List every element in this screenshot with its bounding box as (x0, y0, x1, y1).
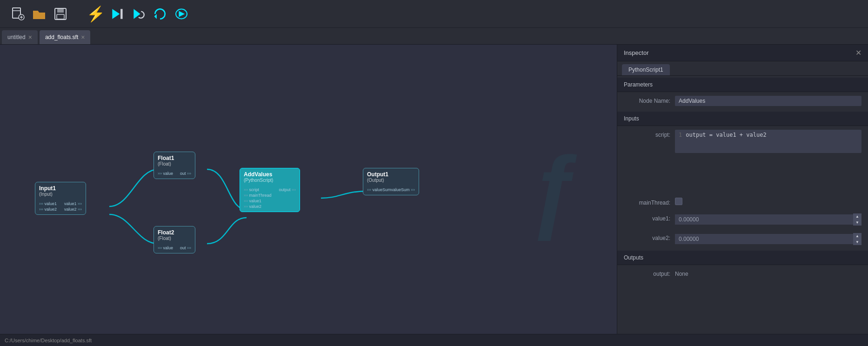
value1-spin-input[interactable]: ▲ ▼ (675, 213, 861, 226)
connections-svg: .conn { fill: none; stroke: #00b8cc; str… (0, 45, 617, 334)
inspector-panel: Inspector ✕ PythonScript1 Parameters Nod… (617, 45, 868, 334)
node-output1[interactable]: Output1 (Output) ››› valueSum valueSum ›… (363, 168, 419, 195)
file-path: C:/Users/chime/Desktop/add_floats.sft (5, 338, 92, 343)
svg-rect-7 (57, 14, 64, 19)
svg-rect-6 (57, 8, 64, 13)
tab-untitled-close[interactable]: × (28, 34, 32, 40)
value2-label: value2: (624, 233, 670, 241)
value2-spin-input[interactable]: ▲ ▼ (675, 233, 861, 245)
node-canvas[interactable]: ƒ .conn { fill: none; stroke: #00b8cc; s… (0, 45, 617, 334)
svg-marker-8 (112, 9, 120, 19)
new-file-button[interactable] (9, 6, 26, 22)
run-refresh-button[interactable] (130, 6, 147, 22)
param-node-name-row: Node Name: (617, 92, 868, 110)
node-input1-subtitle: (Input) (39, 192, 56, 197)
inspector-header: Inspector ✕ (617, 45, 868, 61)
script-value: output = value1 + value2 (686, 132, 766, 138)
run-button[interactable]: ⚡ (87, 6, 104, 22)
value2-input[interactable] (675, 234, 853, 244)
svg-marker-11 (154, 14, 157, 19)
value1-spinners: ▲ ▼ (853, 213, 861, 226)
value1-decrement[interactable]: ▼ (853, 220, 861, 226)
save-file-button[interactable] (52, 6, 69, 22)
main-thread-checkbox[interactable] (675, 198, 682, 205)
node-float1-subtitle: (Float) (158, 161, 191, 166)
inspector-close-button[interactable]: ✕ (855, 48, 861, 57)
tab-add-floats[interactable]: add_floats.sft × (40, 30, 91, 44)
node-name-label: Node Name: (624, 96, 670, 104)
node-float2[interactable]: Float2 (Float) ››› value out ››› (154, 226, 195, 253)
value2-increment[interactable]: ▲ (853, 233, 861, 239)
inspector-tab-bar: PythonScript1 (617, 61, 868, 76)
script-spacer (617, 157, 868, 194)
section-parameters: Parameters (617, 78, 868, 92)
node-name-input[interactable] (675, 96, 861, 106)
node-float2-title: Float2 (158, 229, 191, 236)
run-step-button[interactable] (109, 6, 126, 22)
node-addvalues-subtitle: (PythonScript) (244, 178, 296, 183)
watermark: ƒ (528, 136, 580, 243)
inspector-tab-python-script[interactable]: PythonScript1 (622, 64, 670, 75)
section-inputs: Inputs (617, 112, 868, 126)
tab-bar: untitled × add_floats.sft × (0, 28, 868, 45)
script-label: script: (624, 130, 670, 138)
open-file-button[interactable] (31, 6, 47, 22)
toolbar: ⚡ (0, 0, 868, 28)
svg-marker-13 (179, 11, 185, 17)
node-float2-subtitle: (Float) (158, 236, 191, 241)
node-float1[interactable]: Float1 (Float) ››› value out ››› (154, 152, 195, 179)
inspector-title: Inspector (624, 49, 648, 56)
value1-increment[interactable]: ▲ (853, 213, 861, 220)
param-script-row: script: 1output = value1 + value2 (617, 126, 868, 157)
node-input1-title: Input1 (39, 185, 56, 192)
node-input1[interactable]: Input1 (Input) ››› value1 ››› value2 val… (35, 182, 86, 215)
param-value2-row: value2: ▲ ▼ (617, 229, 868, 249)
node-float1-title: Float1 (158, 155, 191, 161)
param-value1-row: value1: ▲ ▼ (617, 210, 868, 229)
main-thread-label: mainThread: (624, 198, 670, 206)
value2-spinners: ▲ ▼ (853, 233, 861, 245)
node-output1-subtitle: (Output) (367, 178, 415, 183)
tab-untitled[interactable]: untitled × (2, 30, 38, 44)
tab-untitled-label: untitled (7, 34, 26, 40)
main-area: ƒ .conn { fill: none; stroke: #00b8cc; s… (0, 45, 868, 334)
param-main-thread-row: mainThread: (617, 194, 868, 210)
script-editor[interactable]: 1output = value1 + value2 (675, 130, 861, 153)
status-bar: C:/Users/chime/Desktop/add_floats.sft (0, 334, 868, 346)
run-loop-button[interactable] (152, 6, 168, 22)
tab-add-floats-close[interactable]: × (81, 34, 85, 40)
value2-decrement[interactable]: ▼ (853, 239, 861, 245)
output-label: output: (624, 269, 670, 277)
output-value: None (675, 269, 688, 277)
node-output1-title: Output1 (367, 171, 415, 178)
svg-rect-9 (120, 9, 122, 19)
tab-add-floats-label: add_floats.sft (45, 34, 78, 40)
param-output-row: output: None (617, 265, 868, 281)
value1-label: value1: (624, 213, 670, 222)
node-addvalues[interactable]: AddValues (PythonScript) ››› script ››› … (240, 168, 300, 212)
node-addvalues-title: AddValues (244, 171, 296, 178)
value1-input[interactable] (675, 214, 853, 225)
script-line-num: 1 (679, 132, 682, 138)
run-all-button[interactable] (173, 6, 190, 22)
section-outputs: Outputs (617, 251, 868, 265)
